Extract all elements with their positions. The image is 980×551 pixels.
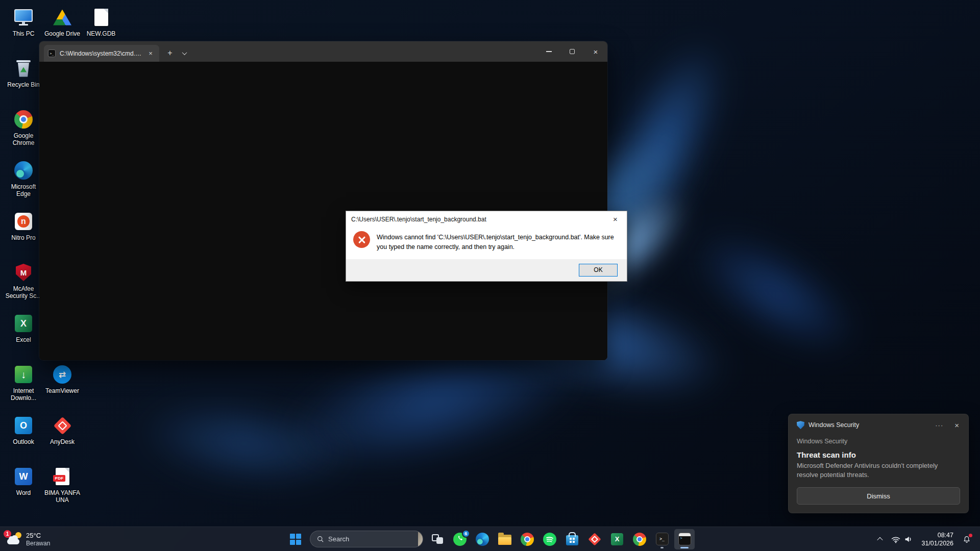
desktop-icon-label: Microsoft Edge bbox=[4, 183, 43, 197]
taskbar-terminal-active[interactable]: > bbox=[674, 529, 695, 549]
desktop-icon-outlook[interactable]: O Outlook bbox=[4, 414, 43, 445]
document-icon bbox=[94, 9, 108, 26]
dialog-title: C:\Users\USER\.tenjo\start_tenjo_backgro… bbox=[346, 216, 604, 223]
widgets-weather-button[interactable]: 1 25°C Berawan bbox=[0, 527, 57, 551]
desktop-icon-nitro-pro[interactable]: n Nitro Pro bbox=[4, 210, 43, 241]
google-drive-icon bbox=[53, 10, 71, 26]
taskbar-microsoft-store[interactable] bbox=[562, 529, 582, 549]
taskbar-excel[interactable]: X bbox=[607, 529, 627, 549]
notification-badge-dot bbox=[969, 534, 972, 537]
idm-icon: ↓ bbox=[15, 366, 32, 383]
taskbar-chrome-2[interactable] bbox=[629, 529, 650, 549]
volume-icon bbox=[904, 535, 913, 543]
cmd-icon: >_ bbox=[48, 49, 56, 57]
dialog-titlebar[interactable]: C:\Users\USER\.tenjo\start_tenjo_backgro… bbox=[346, 211, 627, 227]
tray-overflow-button[interactable] bbox=[873, 529, 887, 549]
tray-network-volume[interactable] bbox=[887, 529, 917, 549]
edge-icon bbox=[14, 161, 33, 180]
desktop-icon-recycle-bin[interactable]: Recycle Bin bbox=[4, 57, 43, 88]
taskbar-whatsapp[interactable]: 6 bbox=[450, 529, 470, 549]
weather-temp: 25°C bbox=[26, 532, 50, 540]
maximize-button[interactable] bbox=[560, 41, 584, 62]
file-explorer-icon bbox=[498, 535, 511, 545]
taskbar-search[interactable] bbox=[310, 531, 423, 547]
taskbar-edge[interactable] bbox=[472, 529, 493, 549]
desktop-icon-label: Recycle Bin bbox=[4, 81, 43, 88]
search-input[interactable] bbox=[328, 535, 418, 543]
nitro-pro-icon: n bbox=[15, 213, 32, 230]
desktop-icon-bima-yanfa-una[interactable]: PDF BIMA YANFA UNA bbox=[43, 465, 82, 504]
windows-security-shield-icon bbox=[797, 421, 804, 429]
anydesk-icon bbox=[588, 533, 601, 545]
new-tab-button[interactable]: + bbox=[162, 45, 178, 61]
taskbar-clock[interactable]: 08:47 31/01/2026 bbox=[917, 531, 959, 548]
error-icon bbox=[353, 231, 370, 248]
chevron-down-icon bbox=[182, 50, 187, 55]
search-highlight-image[interactable] bbox=[418, 531, 423, 547]
microsoft-store-icon bbox=[566, 535, 578, 545]
toast-close-icon[interactable]: × bbox=[950, 421, 960, 430]
desktop-icon-label: Word bbox=[4, 489, 43, 496]
desktop-icon-google-drive[interactable]: Google Drive bbox=[43, 6, 82, 37]
ok-button[interactable]: OK bbox=[579, 264, 618, 277]
desktop-icon-label: Google Chrome bbox=[4, 132, 43, 146]
desktop-icon-microsoft-edge[interactable]: Microsoft Edge bbox=[4, 159, 43, 197]
clock-time: 08:47 bbox=[921, 531, 953, 539]
excel-icon: X bbox=[611, 533, 623, 545]
desktop-icon-excel[interactable]: X Excel bbox=[4, 312, 43, 343]
taskbar-cmd[interactable]: >_ bbox=[652, 529, 672, 549]
taskbar-anydesk[interactable] bbox=[584, 529, 605, 549]
desktop-icon-label: McAfee Security Sc... bbox=[4, 285, 43, 299]
desktop-icon-this-pc[interactable]: This PC bbox=[4, 6, 43, 37]
terminal-tab[interactable]: >_ C:\Windows\system32\cmd.exe × bbox=[44, 45, 159, 62]
tab-close-icon[interactable]: × bbox=[146, 49, 155, 58]
desktop-icon-word[interactable]: W Word bbox=[4, 465, 43, 496]
desktop-icon-label: Excel bbox=[4, 336, 43, 343]
excel-icon: X bbox=[15, 315, 32, 332]
recycle-bin-icon bbox=[16, 60, 31, 77]
desktop-icon-new-gdb[interactable]: NEW.GDB bbox=[82, 6, 120, 37]
dismiss-button[interactable]: Dismiss bbox=[797, 487, 960, 505]
terminal-tab-title: C:\Windows\system32\cmd.exe bbox=[60, 50, 142, 57]
toast-source: Windows Security bbox=[797, 438, 960, 445]
toast-app-name: Windows Security bbox=[808, 421, 928, 429]
mcafee-shield-icon: M bbox=[16, 264, 31, 281]
spotify-icon bbox=[543, 533, 556, 546]
desktop-icon-label: Nitro Pro bbox=[4, 234, 43, 241]
maximize-icon bbox=[570, 49, 575, 54]
toast-more-icon[interactable]: ··· bbox=[932, 421, 946, 429]
taskbar-file-explorer[interactable] bbox=[495, 529, 515, 549]
desktop-icon-label: Outlook bbox=[4, 438, 43, 445]
desktop-icon-google-chrome[interactable]: Google Chrome bbox=[4, 108, 43, 146]
chrome-icon bbox=[14, 110, 33, 129]
close-button[interactable]: × bbox=[584, 41, 607, 62]
taskbar-spotify[interactable] bbox=[540, 529, 560, 549]
chrome-icon bbox=[521, 533, 534, 546]
toast-body: Microsoft Defender Antivirus couldn't co… bbox=[797, 461, 960, 480]
desktop-icon-label: NEW.GDB bbox=[82, 30, 120, 37]
word-icon: W bbox=[15, 468, 32, 485]
taskbar-chrome[interactable] bbox=[517, 529, 537, 549]
desktop-icon-mcafee[interactable]: M McAfee Security Sc... bbox=[4, 261, 43, 299]
command-prompt-icon: >_ bbox=[656, 533, 669, 545]
toast-title: Threat scan info bbox=[797, 450, 960, 459]
desktop-icon-teamviewer[interactable]: ⇄ TeamViewer bbox=[43, 363, 82, 394]
notification-center-button[interactable] bbox=[959, 529, 975, 549]
wifi-icon bbox=[891, 536, 900, 543]
tab-dropdown-button[interactable] bbox=[178, 45, 191, 61]
taskbar-task-view[interactable] bbox=[427, 529, 448, 549]
desktop-icon-idm[interactable]: ↓ Internet Downlo... bbox=[4, 363, 43, 402]
desktop-icon-label: BIMA YANFA UNA bbox=[43, 489, 82, 504]
error-dialog: C:\Users\USER\.tenjo\start_tenjo_backgro… bbox=[346, 211, 627, 282]
dialog-close-button[interactable]: × bbox=[604, 211, 627, 227]
edge-icon bbox=[476, 533, 489, 546]
this-pc-icon bbox=[14, 9, 33, 22]
desktop-icon-label: This PC bbox=[4, 30, 43, 37]
start-button[interactable] bbox=[285, 529, 306, 549]
minimize-button[interactable] bbox=[537, 41, 560, 62]
terminal-window: >_ C:\Windows\system32\cmd.exe × + × bbox=[39, 41, 607, 360]
desktop-icon-label: AnyDesk bbox=[43, 438, 82, 445]
anydesk-icon bbox=[53, 416, 71, 434]
desktop-icon-anydesk[interactable]: AnyDesk bbox=[43, 414, 82, 445]
terminal-titlebar[interactable]: >_ C:\Windows\system32\cmd.exe × + × bbox=[39, 41, 607, 62]
